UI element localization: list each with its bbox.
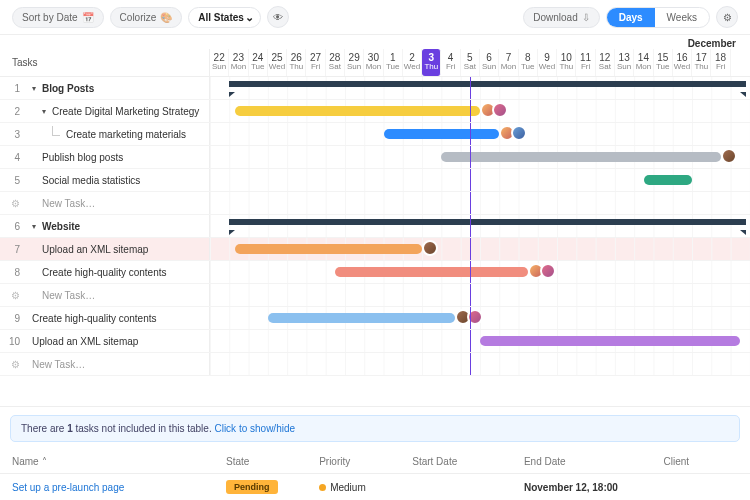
date-col: 9Wed xyxy=(538,49,557,76)
chart-cell[interactable] xyxy=(210,238,750,260)
task-label: New Task… xyxy=(42,290,95,301)
chart-cell[interactable] xyxy=(210,284,750,306)
group-bracket xyxy=(229,219,746,225)
gantt-row[interactable]: 1▾Blog Posts xyxy=(0,77,750,100)
task-bar[interactable] xyxy=(235,106,480,116)
gantt-row[interactable]: 2▾Create Digital Marketing Strategy xyxy=(0,100,750,123)
collapse-icon[interactable]: ▾ xyxy=(32,222,36,231)
chart-cell[interactable] xyxy=(210,123,750,145)
gantt-row[interactable]: 9Create high-quality contents xyxy=(0,307,750,330)
today-line xyxy=(470,261,471,283)
today-line xyxy=(470,146,471,168)
col-end[interactable]: End Date xyxy=(524,456,664,467)
chart-cell[interactable] xyxy=(210,307,750,329)
task-side-cell[interactable]: 2▾Create Digital Marketing Strategy xyxy=(0,100,210,122)
gantt-row[interactable]: ⚙New Task… xyxy=(0,192,750,215)
colorize-button[interactable]: Colorize 🎨 xyxy=(110,7,183,28)
date-col: 6Sun xyxy=(480,49,499,76)
settings-button[interactable]: ⚙ xyxy=(716,6,738,28)
show-hide-link[interactable]: Click to show/hide xyxy=(214,423,295,434)
collapse-icon[interactable]: ▾ xyxy=(32,84,36,93)
task-side-cell[interactable]: 6▾Website xyxy=(0,215,210,237)
avatar[interactable] xyxy=(467,309,483,325)
chart-cell[interactable] xyxy=(210,215,750,237)
assignee-avatars[interactable] xyxy=(484,102,508,118)
chart-cell[interactable] xyxy=(210,169,750,191)
date-col: 2Wed xyxy=(403,49,422,76)
date-col: 12Sat xyxy=(596,49,615,76)
states-dropdown[interactable]: All States ⌄ xyxy=(188,7,261,28)
task-side-cell[interactable]: 9Create high-quality contents xyxy=(0,307,210,329)
date-col: 3Thu xyxy=(422,49,441,76)
task-side-cell[interactable]: 5Social media statistics xyxy=(0,169,210,191)
col-name[interactable]: Name ˄ xyxy=(12,456,226,467)
task-side-cell[interactable]: 10Upload an XML sitemap xyxy=(0,330,210,352)
task-side-cell[interactable]: 7Upload an XML sitemap xyxy=(0,238,210,260)
chart-cell[interactable] xyxy=(210,330,750,352)
assignee-avatars[interactable] xyxy=(426,240,438,256)
avatar[interactable] xyxy=(721,148,737,164)
task-side-cell[interactable]: 8Create high-quality contents xyxy=(0,261,210,283)
download-icon: ⇩ xyxy=(582,12,590,23)
task-side-cell[interactable]: 3Create marketing materials xyxy=(0,123,210,145)
chart-cell[interactable] xyxy=(210,146,750,168)
hidden-tasks-notice[interactable]: There are 1 tasks not included in this t… xyxy=(10,415,740,442)
gantt-row[interactable]: 6▾Website xyxy=(0,215,750,238)
task-bar[interactable] xyxy=(441,152,721,162)
avatar[interactable] xyxy=(492,102,508,118)
task-side-cell[interactable]: ⚙New Task… xyxy=(0,192,210,214)
date-col: 26Thu xyxy=(287,49,306,76)
days-option[interactable]: Days xyxy=(607,8,655,27)
gantt-row[interactable]: 5Social media statistics xyxy=(0,169,750,192)
table-row[interactable]: Set up a pre-launch page Pending Medium … xyxy=(0,474,750,500)
task-side-cell[interactable]: ⚙New Task… xyxy=(0,284,210,306)
assignee-avatars[interactable] xyxy=(532,263,556,279)
col-client[interactable]: Client xyxy=(664,456,738,467)
gantt-row[interactable]: 7Upload an XML sitemap xyxy=(0,238,750,261)
col-priority[interactable]: Priority xyxy=(319,456,412,467)
avatar[interactable] xyxy=(511,125,527,141)
task-bar[interactable] xyxy=(480,336,740,346)
col-state[interactable]: State xyxy=(226,456,319,467)
task-bar[interactable] xyxy=(384,129,500,139)
avatar[interactable] xyxy=(422,240,438,256)
task-side-cell[interactable]: 1▾Blog Posts xyxy=(0,77,210,99)
visibility-button[interactable]: 👁 xyxy=(267,6,289,28)
assignee-avatars[interactable] xyxy=(725,148,737,164)
collapse-icon[interactable]: ▾ xyxy=(42,107,46,116)
task-side-cell[interactable]: ⚙New Task… xyxy=(0,353,210,375)
task-name-link[interactable]: Set up a pre-launch page xyxy=(12,482,226,493)
date-col: 11Fri xyxy=(576,49,595,76)
weeks-option[interactable]: Weeks xyxy=(655,8,709,27)
assignee-avatars[interactable] xyxy=(503,125,527,141)
date-col: 22Sun xyxy=(210,49,229,76)
sort-by-date-button[interactable]: Sort by Date 📅 xyxy=(12,7,104,28)
gantt-row[interactable]: 8Create high-quality contents xyxy=(0,261,750,284)
col-start[interactable]: Start Date xyxy=(412,456,524,467)
task-bar[interactable] xyxy=(644,175,692,185)
avatar[interactable] xyxy=(540,263,556,279)
gantt-row[interactable]: ⚙New Task… xyxy=(0,353,750,376)
gantt-row[interactable]: 4Publish blog posts xyxy=(0,146,750,169)
task-bar[interactable] xyxy=(235,244,422,254)
gantt-row[interactable]: ⚙New Task… xyxy=(0,284,750,307)
chart-cell[interactable] xyxy=(210,261,750,283)
date-col: 10Thu xyxy=(557,49,576,76)
date-col: 23Mon xyxy=(229,49,248,76)
gantt-row[interactable]: 10Upload an XML sitemap xyxy=(0,330,750,353)
task-label: Create marketing materials xyxy=(66,129,186,140)
download-button[interactable]: Download ⇩ xyxy=(523,7,599,28)
gear-icon: ⚙ xyxy=(6,290,20,301)
task-bar[interactable] xyxy=(335,267,528,277)
chart-cell[interactable] xyxy=(210,192,750,214)
chart-cell[interactable] xyxy=(210,100,750,122)
date-col: 17Thu xyxy=(692,49,711,76)
chart-cell[interactable] xyxy=(210,77,750,99)
timescale-toggle: Days Weeks xyxy=(606,7,710,28)
chart-cell[interactable] xyxy=(210,353,750,375)
task-side-cell[interactable]: 4Publish blog posts xyxy=(0,146,210,168)
task-label: Create Digital Marketing Strategy xyxy=(52,106,199,117)
task-bar[interactable] xyxy=(268,313,455,323)
gantt-row[interactable]: 3Create marketing materials xyxy=(0,123,750,146)
date-col: 14Mon xyxy=(634,49,653,76)
